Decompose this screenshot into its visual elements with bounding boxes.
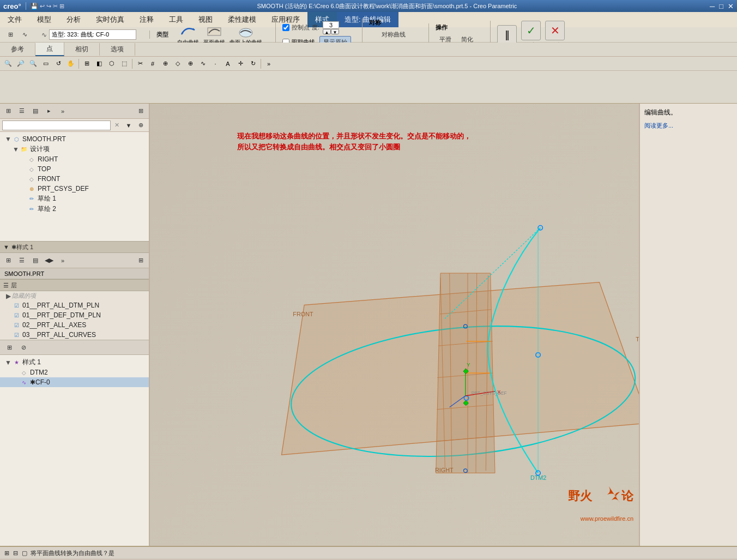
ctrl-pts-value[interactable]	[323, 21, 339, 29]
sidebar-add-btn[interactable]: ⊞	[135, 106, 147, 117]
expand-icon-design[interactable]: ▼	[12, 146, 20, 153]
expand-style[interactable]: ▼	[4, 359, 12, 366]
search-options-btn[interactable]: ▼	[123, 120, 135, 131]
more-view-btn[interactable]: »	[263, 58, 275, 70]
symmetric-curve-btn[interactable]: 对称曲线	[369, 28, 418, 41]
menu-file[interactable]: 文件	[0, 12, 29, 27]
layer3-check[interactable]: ☑	[12, 321, 21, 329]
rotate-btn[interactable]: ↺	[52, 58, 64, 70]
menu-analysis[interactable]: 分析	[59, 12, 88, 27]
expand-icon[interactable]: ▼	[4, 135, 12, 143]
viewport-toolbar: 🔍 🔎 🔍 ▭ ↺ ✋ ⊞ ◧ ⬡ ⬚ ✂ # ⊕ ◇ ⊕ ∿ · A ✛ ↻ …	[0, 57, 737, 71]
status-icon1[interactable]: ⊞	[4, 550, 9, 556]
sb2-expand-btn[interactable]: ⊞	[135, 255, 147, 266]
tree-layer-3[interactable]: ☑ 02__PRT_ALL_AXES	[0, 320, 149, 330]
curve-display-btn[interactable]: ∿	[197, 58, 209, 70]
grid-btn[interactable]: #	[147, 58, 159, 70]
tree-design[interactable]: ▼ 📁 设计项	[0, 144, 149, 154]
layer-section[interactable]: ☰ 层	[0, 279, 149, 291]
menu-simulation[interactable]: 实时仿真	[88, 12, 132, 27]
sb2-more-btn[interactable]: »	[57, 255, 69, 266]
tree-layer-2[interactable]: ☑ 01__PRT_DEF_DTM_PLN	[0, 310, 149, 320]
tree-csys[interactable]: ▶ ⊕ PRT_CSYS_DEF	[0, 184, 149, 194]
sidebar-flat-btn[interactable]: ☰	[16, 106, 28, 117]
tree-smooth-prt[interactable]: ▼ ⬡ SMOOTH.PRT	[0, 134, 149, 144]
pause-btn[interactable]: ‖	[497, 25, 517, 45]
annotation-display-btn[interactable]: A	[222, 58, 234, 70]
confirm-btn[interactable]: ✓	[521, 21, 541, 40]
feature-ops-icon[interactable]: ⊞	[4, 29, 16, 40]
tree-dtm2[interactable]: ▶ ◇ DTM2	[0, 368, 149, 377]
tab-points[interactable]: 点	[35, 43, 64, 56]
csys-display-btn[interactable]: ⊕	[184, 58, 196, 70]
close-btn[interactable]: ✕	[728, 2, 734, 10]
curve-selector[interactable]: 造型: 323: 曲线: CF-0	[49, 29, 136, 40]
search-clear-btn[interactable]: ✕	[111, 120, 123, 131]
hidden-btn[interactable]: ⬚	[118, 58, 130, 70]
sidebar-tree-btn[interactable]: ▤	[29, 106, 41, 117]
menu-annotation[interactable]: 注释	[132, 12, 161, 27]
zoom-out-btn[interactable]: 🔍	[27, 58, 39, 70]
zoom-fit-btn[interactable]: 🔍	[2, 58, 14, 70]
tree-layer-1[interactable]: ☑ 01__PRT_ALL_DTM_PLN	[0, 300, 149, 310]
tab-options[interactable]: 选项	[100, 43, 135, 56]
rpanel-read-more[interactable]: 阅读更多...	[644, 122, 733, 130]
search-filter-btn[interactable]: ⊕	[135, 120, 147, 131]
expand-hidden[interactable]: ▶	[4, 292, 12, 300]
maximize-btn[interactable]: □	[719, 2, 723, 10]
style-tb-2[interactable]: ⊘	[17, 342, 29, 353]
scene-svg: FRONT TOP	[150, 104, 639, 546]
axis-btn[interactable]: ⊕	[159, 58, 171, 70]
titlebar: creo° 💾 ↩ ↪ ✂ ⊞ SMOOTH (活动的) E:\Creo 6.0…	[0, 0, 737, 12]
shading-btn[interactable]: ◧	[93, 58, 105, 70]
ctrl-pts-checkbox[interactable]	[282, 24, 289, 31]
tree-sketch1[interactable]: ▶ ✏ 草绘 1	[0, 194, 149, 204]
spin-center-btn[interactable]: ✛	[234, 58, 246, 70]
ctrl-pts-down[interactable]: ▼	[331, 29, 339, 34]
layer4-check[interactable]: ☑	[12, 330, 21, 339]
expand-style1: ▼	[3, 244, 9, 250]
tree-sketch2[interactable]: ▶ ✏ 草绘 2	[0, 204, 149, 214]
window-controls[interactable]: ─ □ ✕	[710, 2, 734, 10]
sb2-flat-btn[interactable]: ☰	[16, 255, 28, 266]
wireframe-btn[interactable]: ⬡	[106, 58, 118, 70]
pan-btn[interactable]: ✋	[65, 58, 77, 70]
menu-model[interactable]: 模型	[29, 12, 59, 27]
plane-display-btn[interactable]: ◇	[172, 58, 184, 70]
tree-top[interactable]: ▶ ◇ TOP	[0, 164, 149, 174]
repaint-btn[interactable]: ↻	[247, 58, 259, 70]
tree-layer-4[interactable]: ☑ 03__PRT_ALL_CURVES	[0, 330, 149, 340]
tab-reference[interactable]: 参考	[0, 43, 35, 56]
sb2-grid-btn[interactable]: ⊞	[2, 255, 14, 266]
cancel-btn[interactable]: ✕	[545, 21, 565, 40]
sidebar-grid-btn[interactable]: ⊞	[2, 106, 14, 117]
section-btn[interactable]: ✂	[134, 58, 146, 70]
layer2-check[interactable]: ☑	[12, 311, 21, 320]
tree-style1[interactable]: ▼ ★ 样式 1	[0, 357, 149, 368]
layer1-check[interactable]: ☑	[12, 301, 21, 310]
tab-tangent[interactable]: 相切	[64, 43, 100, 56]
tree-hidden[interactable]: ▶ 隐藏的项	[0, 291, 149, 300]
tree-cf0[interactable]: ▶ ∿ ✱CF-0	[0, 377, 149, 387]
tree-front[interactable]: ▶ ◇ FRONT	[0, 174, 149, 184]
sb2-tree-btn[interactable]: ▤	[29, 255, 41, 266]
search-input[interactable]	[2, 121, 111, 130]
ctrl-pts-up[interactable]: ▲	[323, 29, 331, 34]
front-label: FRONT	[38, 175, 60, 183]
minimize-btn[interactable]: ─	[710, 2, 715, 10]
window-select-btn[interactable]: ▭	[40, 58, 52, 70]
tree-right[interactable]: ▶ ◇ RIGHT	[0, 154, 149, 164]
curve-icon[interactable]: ∿	[19, 29, 31, 40]
status-icon2[interactable]: ⊟	[13, 550, 18, 556]
sidebar-more-btn[interactable]: »	[57, 106, 69, 117]
style-tb-1[interactable]: ⊞	[3, 342, 15, 353]
style1-section[interactable]: ▼ ✱样式 1	[0, 241, 149, 253]
view3d-btn[interactable]: ⊞	[81, 58, 93, 70]
sb2-filter-btn[interactable]: ◀▶	[43, 255, 55, 266]
sidebar-filter-btn[interactable]: ▸	[43, 106, 55, 117]
pts-display-btn[interactable]: ·	[209, 58, 221, 70]
zoom-in-btn[interactable]: 🔎	[15, 58, 27, 70]
status-icon3[interactable]: ▢	[22, 550, 27, 556]
viewport[interactable]: FRONT TOP	[150, 104, 639, 546]
ctrl-pts-colon: 度:	[312, 23, 319, 32]
